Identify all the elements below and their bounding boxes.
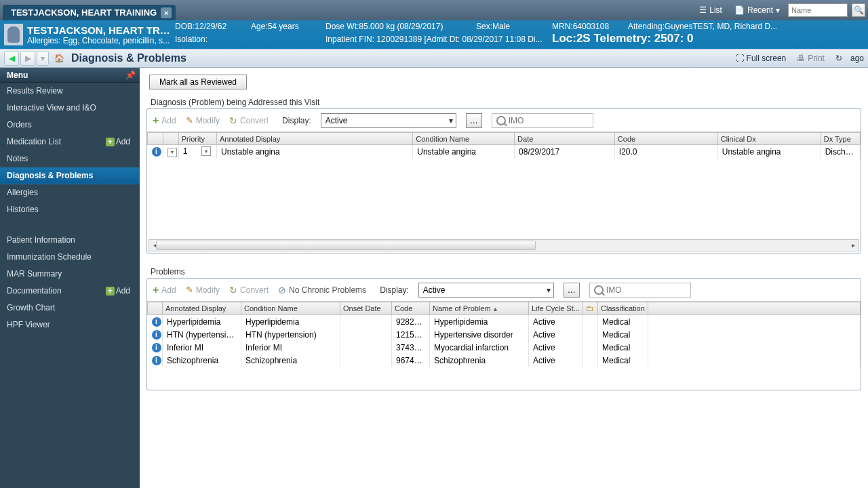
- pencil-icon: ✎: [186, 285, 193, 295]
- patient-age: Age:54 years: [251, 22, 299, 31]
- problems-panel: +Add ✎Modify ↻Convert ⊘No Chronic Proble…: [146, 278, 861, 390]
- diag-convert-button[interactable]: ↻Convert: [229, 115, 269, 126]
- pin-icon[interactable]: 📌: [125, 70, 136, 80]
- horizontal-scrollbar[interactable]: ◂ ▸: [149, 239, 859, 251]
- patient-name: TESTJACKSON, HEART TRAI...: [27, 24, 175, 36]
- sidebar-item-hpf-viewer[interactable]: HPF Viewer: [0, 317, 140, 333]
- chronic-icon: ⊘: [278, 285, 286, 296]
- col-code[interactable]: Code: [392, 302, 430, 315]
- col-info[interactable]: [148, 302, 163, 315]
- prob-imo-search[interactable]: [589, 283, 691, 298]
- col-condition[interactable]: Condition Name: [241, 302, 340, 315]
- fullscreen-button[interactable]: ⛶Full screen: [733, 52, 789, 64]
- plus-icon: +: [153, 284, 159, 296]
- info-icon[interactable]: i: [152, 343, 161, 352]
- sidebar-item-mar-summary[interactable]: MAR Summary: [0, 266, 140, 283]
- col-annotated[interactable]: Annotated Display: [163, 302, 241, 315]
- sidebar-item-medication-list[interactable]: Medication List+Add: [0, 134, 140, 150]
- sidebar-item-allergies[interactable]: Allergies: [0, 184, 140, 201]
- prob-add-button[interactable]: +Add: [153, 284, 176, 296]
- col-annotated[interactable]: Annotated Display: [216, 133, 412, 145]
- col-priority[interactable]: Priority: [178, 133, 216, 145]
- diag-modify-button[interactable]: ✎Modify: [186, 115, 220, 125]
- recent-button[interactable]: 📄Recent▾: [730, 4, 784, 16]
- prob-convert-button[interactable]: ↻Convert: [229, 285, 269, 296]
- convert-icon: ↻: [229, 285, 237, 296]
- patient-mrn: MRN:64003108: [552, 22, 609, 31]
- page-title: Diagnosis & Problems: [71, 52, 186, 64]
- patient-sex: Sex:Male: [476, 22, 510, 31]
- no-chronic-button[interactable]: ⊘No Chronic Problems: [278, 285, 366, 296]
- sidebar-item-growth-chart[interactable]: Growth Chart: [0, 300, 140, 317]
- sidebar-item-immunization-schedule[interactable]: Immunization Schedule: [0, 249, 140, 266]
- table-row[interactable]: i ▾ 1▾ Unstable angina Unstable angina 0…: [148, 145, 861, 159]
- prob-modify-button[interactable]: ✎Modify: [186, 285, 220, 295]
- scroll-thumb[interactable]: [156, 241, 536, 250]
- info-icon[interactable]: i: [152, 356, 161, 365]
- sidebar-menu-header[interactable]: Menu 📌: [0, 68, 140, 83]
- table-row[interactable]: i Inferior MI Inferior MI 37436014 Myoca…: [148, 341, 861, 354]
- table-row[interactable]: i Schizophrenia Schizophrenia 96745016 S…: [148, 354, 861, 367]
- col-onset[interactable]: Onset Date: [340, 302, 392, 315]
- search-button[interactable]: 🔍: [852, 3, 865, 17]
- diagnosis-section-title: Diagnosis (Problem) being Addressed this…: [151, 98, 861, 107]
- info-icon[interactable]: i: [152, 317, 161, 327]
- col-dx-type[interactable]: Dx Type: [821, 133, 860, 145]
- sidebar-item-notes[interactable]: Notes: [0, 150, 140, 167]
- patient-isolation: Isolation:: [175, 35, 208, 44]
- sidebar-item-documentation[interactable]: Documentation+Add: [0, 283, 140, 300]
- sidebar-item-orders[interactable]: Orders: [0, 117, 140, 134]
- display-label: Display:: [380, 285, 409, 295]
- sidebar-item-results-review[interactable]: Results Review: [0, 83, 140, 100]
- diag-display-dropdown[interactable]: Active: [321, 113, 456, 128]
- info-icon[interactable]: i: [152, 147, 161, 157]
- diag-options-button[interactable]: …: [466, 113, 482, 128]
- folder-icon: 🗀: [586, 304, 594, 313]
- medication-add-button[interactable]: +Add: [103, 137, 133, 146]
- mark-all-reviewed-button[interactable]: Mark all as Reviewed: [149, 75, 247, 89]
- name-search-input[interactable]: [788, 3, 848, 17]
- table-row[interactable]: i HTN (hypertension) HTN (hypertension) …: [148, 328, 861, 341]
- col-clinical-dx[interactable]: Clinical Dx: [717, 133, 821, 145]
- nav-forward-button[interactable]: ▶: [20, 51, 35, 66]
- sidebar-item-histories[interactable]: Histories: [0, 201, 140, 218]
- priority-dropdown[interactable]: ▾: [201, 146, 211, 156]
- nav-back-button[interactable]: ◀: [4, 51, 19, 66]
- col-info[interactable]: [148, 133, 163, 145]
- pencil-icon: ✎: [186, 115, 193, 125]
- list-button[interactable]: ☰List: [695, 4, 726, 16]
- documentation-add-button[interactable]: +Add: [103, 286, 133, 296]
- sidebar-item-diagnosis-problems[interactable]: Diagnosis & Problems: [0, 167, 140, 184]
- prob-display-dropdown[interactable]: Active: [418, 283, 554, 298]
- problems-toolbar: +Add ✎Modify ↻Convert ⊘No Chronic Proble…: [147, 279, 861, 302]
- fullscreen-icon: ⛶: [736, 54, 744, 63]
- refresh-button[interactable]: ↻: [833, 52, 845, 64]
- col-classification[interactable]: Classification: [598, 302, 648, 315]
- display-label: Display:: [282, 116, 311, 125]
- nav-history-dropdown[interactable]: ▾: [37, 51, 49, 66]
- info-icon[interactable]: i: [152, 330, 161, 340]
- col-name-of-problem[interactable]: Name of Problem: [430, 302, 529, 315]
- sidebar-item-patient-information[interactable]: Patient Information: [0, 232, 140, 249]
- scroll-right-icon[interactable]: ▸: [848, 240, 859, 251]
- patient-tab[interactable]: TESTJACKSON, HEART TRAINING ×: [3, 5, 176, 20]
- patient-banner: TESTJACKSON, HEART TRAI... Allergies: Eg…: [0, 20, 868, 49]
- col-date[interactable]: Date: [515, 133, 615, 145]
- prob-options-button[interactable]: …: [564, 283, 580, 298]
- home-icon[interactable]: 🏠: [54, 54, 64, 63]
- col-folder[interactable]: 🗀: [583, 302, 598, 315]
- col-expand[interactable]: [163, 133, 178, 145]
- refresh-icon: ↻: [835, 54, 842, 63]
- table-row[interactable]: i Hyperlipidemia Hyperlipidemia 92826017…: [148, 315, 861, 329]
- sidebar: Menu 📌 Results Review Interactive View a…: [0, 68, 140, 488]
- col-condition[interactable]: Condition Name: [413, 133, 515, 145]
- sidebar-item-interactive-view[interactable]: Interactive View and I&O: [0, 100, 140, 117]
- patient-dosewt: Dose Wt:85.000 kg (08/29/2017): [326, 22, 443, 31]
- diag-add-button[interactable]: +Add: [153, 115, 176, 127]
- print-button[interactable]: 🖶Print: [794, 52, 827, 64]
- diag-imo-search[interactable]: [492, 113, 593, 128]
- close-icon[interactable]: ×: [161, 7, 172, 18]
- col-code[interactable]: Code: [614, 133, 717, 145]
- col-life-cycle[interactable]: Life Cycle St...: [529, 302, 583, 315]
- expand-icon[interactable]: ▾: [167, 148, 177, 157]
